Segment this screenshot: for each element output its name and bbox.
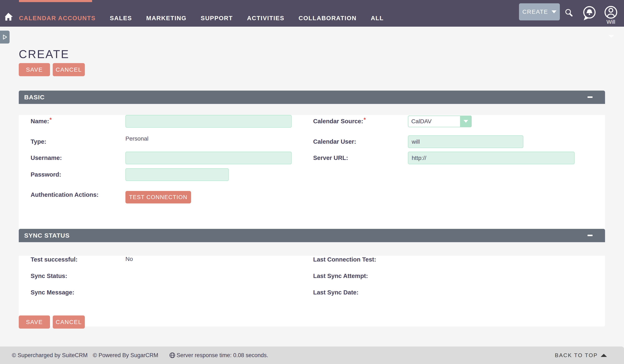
calendar-source-selected-value: CalDAV [411,118,432,125]
test-successful-value: No [126,256,313,262]
type-value: Personal [126,135,313,142]
user-menu-button[interactable] [604,5,618,20]
collapse-page-chevron-icon[interactable] [608,35,614,38]
nav-item-collaboration[interactable]: COLLABORATION [299,15,357,22]
sidebar-expand-button[interactable] [0,31,10,44]
sync-row-message: Sync Message: Last Sync Date: [31,289,605,296]
calendar-user-label: Calendar User: [313,138,408,145]
cancel-button[interactable]: CANCEL [53,63,85,76]
calendar-source-label-text: Calendar Source: [313,118,363,124]
test-successful-label: Test successful: [31,256,126,263]
test-connection-button[interactable]: TEST CONNECTION [126,191,191,203]
username-label: Username: [31,154,126,161]
cancel-button[interactable]: CANCEL [53,315,85,329]
sync-status-label: Sync Status: [31,273,126,279]
notifications-button[interactable] [581,5,597,22]
notification-bell-icon [581,5,597,21]
save-button[interactable]: SAVE [19,63,50,76]
main-menu: CALENDAR ACCOUNTS SALES MARKETING SUPPOR… [19,0,384,27]
back-to-top-label: BACK TO TOP [555,352,598,359]
top-action-bar: SAVE CANCEL [19,63,85,76]
calendar-user-input[interactable] [408,135,523,148]
home-button[interactable] [3,12,13,23]
sync-row-status: Sync Status: Last Sync Attempt: [31,272,605,280]
nav-item-marketing[interactable]: MARKETING [146,15,187,22]
nav-item-calendar-accounts[interactable]: CALENDAR ACCOUNTS [19,15,96,22]
sync-message-label: Sync Message: [31,289,126,296]
form-row-password: Password: [31,168,605,181]
current-user-name[interactable]: Will [602,19,619,25]
form-row-name-source: Name:* Calendar Source:* CalDAV [31,115,605,128]
required-marker: * [364,117,366,123]
basic-panel-header[interactable]: BASIC [19,91,605,104]
sync-status-panel-header[interactable]: SYNC STATUS [19,229,605,242]
basic-panel-title: BASIC [24,94,45,101]
chevron-up-icon [601,354,607,357]
nav-item-sales[interactable]: SALES [110,15,132,22]
calendar-accounts-create-page: CALENDAR ACCOUNTS SALES MARKETING SUPPOR… [0,0,624,364]
user-avatar-icon [604,5,618,20]
sync-status-panel: SYNC STATUS Test successful: No Last Con… [19,229,605,327]
chevron-down-icon [464,120,468,123]
server-response-time: Server response time: 0.08 seconds. [177,352,268,359]
calendar-source-select[interactable]: CalDAV [408,116,472,127]
nav-item-support[interactable]: SUPPORT [201,15,233,22]
password-input[interactable] [126,168,229,181]
last-connection-test-label: Last Connection Test: [313,256,408,263]
last-sync-date-label: Last Sync Date: [313,289,408,296]
page-footer: © Supercharged by SuiteCRM © Powered By … [0,346,624,364]
server-url-input[interactable] [408,152,575,164]
back-to-top-link[interactable]: BACK TO TOP [555,352,607,359]
collapse-icon[interactable] [588,97,593,98]
form-row-type-caluser: Type: Personal Calendar User: [31,135,605,148]
page-title: CREATE [19,48,69,61]
top-navbar: CALENDAR ACCOUNTS SALES MARKETING SUPPOR… [0,0,624,27]
type-label: Type: [31,138,126,145]
collapse-icon[interactable] [588,235,593,236]
username-input[interactable] [126,152,292,164]
nav-item-all[interactable]: ALL [371,15,384,22]
required-marker: * [50,117,52,123]
calendar-source-label: Calendar Source:* [313,118,408,125]
nav-item-activities[interactable]: ACTIVITIES [247,15,285,22]
quick-create-button[interactable]: CREATE [519,3,560,20]
sync-status-panel-body: Test successful: No Last Connection Test… [19,256,605,327]
name-label-text: Name: [31,118,49,124]
name-input[interactable] [126,115,292,128]
form-row-username-server: Username: Server URL: [31,152,605,164]
globe-icon [169,352,175,358]
footer-credits: © Supercharged by SuiteCRM © Powered By … [12,352,268,359]
basic-panel: BASIC Name:* Calendar Source:* CalDAV [19,91,605,237]
select-dropdown-button[interactable] [460,116,472,127]
last-sync-attempt-label: Last Sync Attempt: [313,273,408,279]
search-button[interactable] [564,8,574,19]
suitecrm-credit: © Supercharged by SuiteCRM [12,352,88,359]
chevron-down-icon [551,10,556,13]
search-icon [564,8,574,18]
home-icon [3,12,13,23]
sync-status-panel-title: SYNC STATUS [24,232,70,239]
password-label: Password: [31,171,126,178]
server-url-label: Server URL: [313,154,408,161]
quick-create-label: CREATE [522,9,548,15]
basic-panel-body: Name:* Calendar Source:* CalDAV [19,115,605,237]
sync-row-test: Test successful: No Last Connection Test… [31,256,605,263]
sugarcrm-credit: © Powered By SugarCRM [93,352,158,359]
auth-actions-label: Authentication Actions: [31,191,126,198]
bottom-action-bar: SAVE CANCEL [19,315,85,329]
name-label: Name:* [31,118,126,125]
save-button[interactable]: SAVE [19,315,50,329]
sidebar-expand-icon [2,34,8,40]
form-row-auth-actions: Authentication Actions: TEST CONNECTION [31,191,605,204]
